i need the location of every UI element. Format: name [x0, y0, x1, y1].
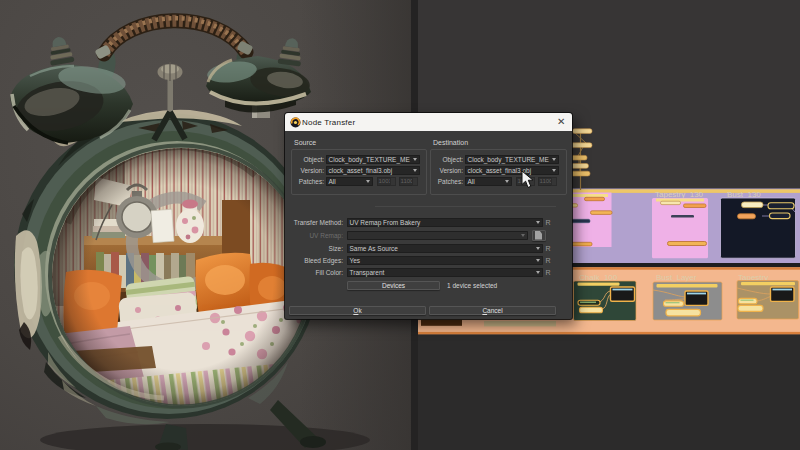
svg-text:Tapestry_130: Tapestry_130 — [655, 190, 704, 199]
svg-text:Bust_Layer: Bust_Layer — [656, 273, 697, 282]
